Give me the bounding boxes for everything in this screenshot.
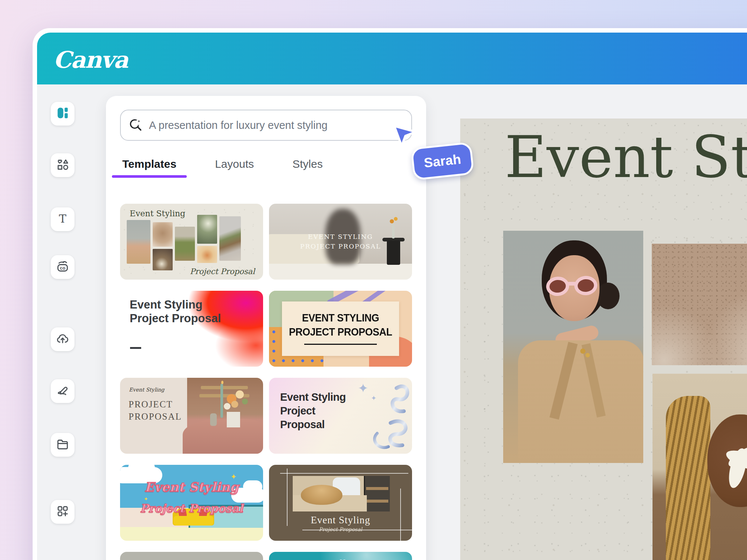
collaborator-cursor-icon (392, 124, 419, 148)
template-card-blob[interactable]: Event Styling Project Proposal (120, 291, 263, 367)
dash-decoration (130, 347, 141, 349)
template-card-abstract[interactable]: EVENT STYLING PROJECT PROPOSAL (269, 291, 412, 367)
sparkle-icon: ✦ (144, 496, 148, 502)
wooden-bowl (301, 485, 342, 505)
flower (231, 401, 238, 408)
template-card-collage[interactable]: Event Styling Project Proposal (120, 204, 263, 280)
title-line: PROJECT (129, 399, 182, 411)
canvas-title-text[interactable]: Event Styling (505, 124, 747, 191)
collage-photo-5 (197, 215, 217, 244)
template-card-sofa[interactable]: EVENT STYLING PROJECT PROPOSAL (269, 204, 412, 280)
canvas-photo-sand-texture[interactable] (652, 244, 747, 365)
title-line: Project Proposal (130, 312, 221, 326)
sidebar-item-projects[interactable] (51, 433, 74, 457)
template-title: Event Styling Project Proposal (130, 298, 221, 325)
search-bar[interactable] (120, 110, 412, 141)
text-icon: T (56, 212, 69, 227)
template-card-retro[interactable]: Event Styling Project Proposal ✦ ✦ (120, 465, 263, 541)
template-card-tablescape[interactable]: Event Styling PROJECT PROPOSAL (120, 378, 263, 454)
chrome-ribbon-graphic (355, 378, 411, 454)
bracelet (580, 349, 585, 354)
title-line: Event Styling (130, 298, 221, 312)
template-eyebrow: Event Styling (129, 387, 165, 393)
brand-co-icon: co (56, 260, 69, 274)
sidebar-item-uploads[interactable] (51, 327, 74, 351)
design-canvas[interactable]: Event Styling (460, 119, 747, 560)
template-title-line1: Event Styling (120, 480, 263, 494)
shelf-board (366, 487, 388, 490)
template-heading: Event Styling (130, 209, 185, 218)
tab-templates[interactable]: Templates (122, 158, 176, 170)
sidebar-item-text[interactable]: T (51, 207, 74, 231)
canvas-photo-braids[interactable] (653, 374, 747, 560)
brown-card-photo (293, 476, 390, 511)
title-line: PROJECT PROPOSAL (269, 241, 412, 251)
title-line: Proposal (280, 418, 346, 431)
retro-floor (120, 527, 263, 541)
bracelet (585, 353, 590, 357)
template-card-teal[interactable]: Event Styling (269, 552, 412, 560)
coat (518, 340, 643, 463)
canvas-photo-sunglasses[interactable] (503, 231, 643, 463)
flower (224, 403, 230, 410)
title-line: PROPOSAL (129, 411, 182, 423)
sidebar-item-design[interactable] (51, 102, 74, 126)
folder-icon (56, 437, 69, 452)
app-body: T co (37, 84, 747, 560)
collage-photo-7 (219, 216, 241, 261)
bottle-vase (210, 413, 217, 426)
template-title: EVENT STYLING PROJECT PROPOSAL (289, 311, 392, 339)
braids (666, 396, 710, 560)
draw-pen-icon (56, 384, 69, 399)
shelf-board (366, 500, 388, 503)
template-script: Project Proposal (269, 526, 412, 532)
collage-photo-3 (153, 249, 173, 270)
tablescape-photo (187, 378, 263, 454)
collaborator-name-badge: Sarah (411, 142, 474, 181)
sidebar-item-draw[interactable] (51, 379, 74, 403)
candle-flame (221, 381, 223, 384)
design-icon (56, 106, 69, 121)
apps-icon (56, 504, 69, 519)
collage-photo-2 (153, 222, 173, 247)
template-card-chrome[interactable]: Event Styling Project Proposal ✦ ✦ (269, 378, 412, 454)
app-window-inner: Canva (37, 33, 747, 560)
flower-leaf (242, 399, 248, 404)
app-window: Canva (33, 28, 747, 560)
taper-candle (220, 384, 223, 418)
panel-tabs: Templates Layouts Styles (120, 158, 412, 170)
svg-text:T: T (59, 212, 66, 225)
template-title-line2: Project Proposal (120, 502, 263, 515)
collaborator-name: Sarah (423, 151, 462, 171)
abstract-text-panel: EVENT STYLING PROJECT PROPOSAL (282, 301, 399, 356)
frame-line (280, 473, 408, 474)
template-grid: Event Styling Project Proposal (120, 204, 412, 560)
elements-icon (56, 158, 69, 173)
template-card-grey[interactable] (120, 552, 263, 560)
template-panel: Templates Layouts Styles Event Styling (106, 96, 426, 560)
flower-dot (394, 217, 398, 221)
template-title: Event Styling Project Proposal (280, 390, 346, 431)
retro-couch-seat (173, 516, 213, 526)
tab-layouts[interactable]: Layouts (215, 158, 254, 170)
sidebar-item-brand[interactable]: co (51, 255, 74, 279)
search-input[interactable] (149, 119, 404, 131)
chair-slat (201, 386, 248, 389)
app-header: Canva (37, 33, 747, 84)
sidebar-item-apps[interactable] (51, 500, 74, 524)
title-line: PROJECT PROPOSAL (289, 325, 392, 339)
desktop-background: Canva (0, 0, 747, 560)
sparkle-icon: ✦ (230, 472, 237, 481)
sidebar-item-elements[interactable] (51, 153, 74, 177)
upload-cloud-icon (56, 332, 69, 347)
canva-logo: Canva (53, 46, 128, 73)
title-line: Event Styling (280, 390, 346, 404)
sunglasses-bridge (568, 282, 577, 286)
template-title: EVENT STYLING PROJECT PROPOSAL (269, 232, 412, 251)
magic-search-icon (128, 117, 149, 133)
collage-photo-1 (127, 220, 150, 264)
tab-styles[interactable]: Styles (292, 158, 323, 170)
title-line: EVENT STYLING (289, 311, 392, 325)
template-card-brown[interactable]: Event Styling Project Proposal (269, 465, 412, 541)
title-line: EVENT STYLING (269, 232, 412, 241)
